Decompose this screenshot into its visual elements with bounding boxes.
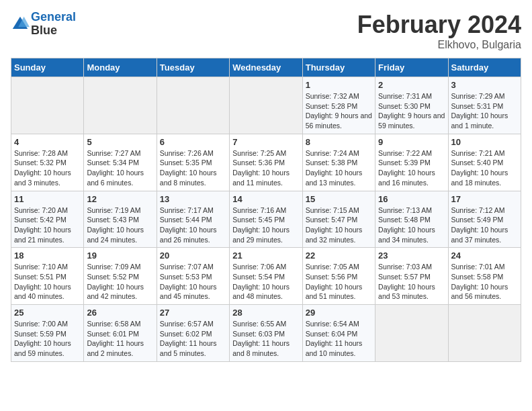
- day-cell: 26Sunrise: 6:58 AMSunset: 6:01 PMDayligh…: [84, 305, 157, 362]
- day-number: 23: [378, 250, 445, 261]
- day-cell: 19Sunrise: 7:09 AMSunset: 5:52 PMDayligh…: [84, 248, 157, 305]
- week-row-4: 25Sunrise: 7:00 AMSunset: 5:59 PMDayligh…: [11, 305, 521, 362]
- calendar-table: SundayMondayTuesdayWednesdayThursdayFrid…: [11, 58, 521, 362]
- weekday-header-sunday: Sunday: [11, 58, 84, 77]
- day-cell: 27Sunrise: 6:57 AMSunset: 6:02 PMDayligh…: [157, 305, 229, 362]
- day-info: Sunrise: 7:24 AMSunset: 5:38 PMDaylight:…: [306, 148, 372, 188]
- day-info: Sunrise: 7:21 AMSunset: 5:40 PMDaylight:…: [451, 148, 518, 188]
- day-cell: 4Sunrise: 7:28 AMSunset: 5:32 PMDaylight…: [11, 134, 84, 191]
- day-cell: [375, 305, 448, 362]
- day-number: 26: [87, 308, 153, 318]
- day-info: Sunrise: 7:03 AMSunset: 5:57 PMDaylight:…: [378, 262, 445, 302]
- day-info: Sunrise: 7:07 AMSunset: 5:53 PMDaylight:…: [160, 262, 226, 302]
- weekday-header-wednesday: Wednesday: [230, 58, 302, 77]
- day-number: 2: [378, 80, 445, 90]
- day-number: 4: [14, 137, 81, 147]
- day-cell: 6Sunrise: 7:26 AMSunset: 5:35 PMDaylight…: [157, 134, 229, 191]
- weekday-header-saturday: Saturday: [448, 58, 521, 77]
- day-number: 5: [87, 137, 153, 147]
- day-info: Sunrise: 6:54 AMSunset: 6:04 PMDaylight:…: [306, 319, 372, 359]
- day-number: 22: [306, 250, 372, 261]
- day-cell: 23Sunrise: 7:03 AMSunset: 5:57 PMDayligh…: [375, 248, 448, 305]
- day-info: Sunrise: 7:32 AMSunset: 5:28 PMDaylight:…: [306, 91, 372, 131]
- day-number: 25: [14, 308, 81, 318]
- day-info: Sunrise: 7:00 AMSunset: 5:59 PMDaylight:…: [14, 319, 81, 359]
- day-cell: 29Sunrise: 6:54 AMSunset: 6:04 PMDayligh…: [302, 305, 375, 362]
- logo-icon: [11, 15, 30, 34]
- week-row-0: 1Sunrise: 7:32 AMSunset: 5:28 PMDaylight…: [11, 77, 521, 134]
- weekday-header-monday: Monday: [84, 58, 157, 77]
- day-cell: 17Sunrise: 7:12 AMSunset: 5:49 PMDayligh…: [448, 191, 521, 248]
- day-cell: [157, 77, 229, 134]
- day-cell: 5Sunrise: 7:27 AMSunset: 5:34 PMDaylight…: [84, 134, 157, 191]
- weekday-header-friday: Friday: [375, 58, 448, 77]
- day-info: Sunrise: 7:16 AMSunset: 5:45 PMDaylight:…: [232, 205, 299, 245]
- day-cell: 28Sunrise: 6:55 AMSunset: 6:03 PMDayligh…: [230, 305, 302, 362]
- day-info: Sunrise: 7:12 AMSunset: 5:49 PMDaylight:…: [451, 205, 518, 245]
- page-header: General Blue February 2024 Elkhovo, Bulg…: [11, 11, 521, 51]
- day-number: 3: [451, 80, 518, 90]
- day-cell: 21Sunrise: 7:06 AMSunset: 5:54 PMDayligh…: [230, 248, 302, 305]
- day-cell: 25Sunrise: 7:00 AMSunset: 5:59 PMDayligh…: [11, 305, 84, 362]
- day-info: Sunrise: 7:31 AMSunset: 5:30 PMDaylight:…: [378, 91, 445, 131]
- logo-text-general: General: [31, 10, 76, 24]
- day-info: Sunrise: 7:26 AMSunset: 5:35 PMDaylight:…: [160, 148, 226, 188]
- day-number: 21: [232, 250, 299, 261]
- week-row-1: 4Sunrise: 7:28 AMSunset: 5:32 PMDaylight…: [11, 134, 521, 191]
- day-info: Sunrise: 7:01 AMSunset: 5:58 PMDaylight:…: [451, 262, 518, 302]
- day-number: 12: [87, 194, 153, 204]
- day-cell: 18Sunrise: 7:10 AMSunset: 5:51 PMDayligh…: [11, 248, 84, 305]
- day-cell: 10Sunrise: 7:21 AMSunset: 5:40 PMDayligh…: [448, 134, 521, 191]
- day-number: 18: [14, 250, 81, 261]
- day-cell: [448, 305, 521, 362]
- day-number: 10: [451, 137, 518, 147]
- day-info: Sunrise: 7:13 AMSunset: 5:48 PMDaylight:…: [378, 205, 445, 245]
- day-cell: 1Sunrise: 7:32 AMSunset: 5:28 PMDaylight…: [302, 77, 375, 134]
- day-number: 29: [306, 308, 372, 318]
- day-number: 14: [232, 194, 299, 204]
- day-info: Sunrise: 7:28 AMSunset: 5:32 PMDaylight:…: [14, 148, 81, 188]
- day-info: Sunrise: 6:57 AMSunset: 6:02 PMDaylight:…: [160, 319, 226, 359]
- day-number: 28: [232, 308, 299, 318]
- day-cell: 13Sunrise: 7:17 AMSunset: 5:44 PMDayligh…: [157, 191, 229, 248]
- weekday-header-tuesday: Tuesday: [157, 58, 229, 77]
- day-number: 13: [160, 194, 226, 204]
- day-cell: 2Sunrise: 7:31 AMSunset: 5:30 PMDaylight…: [375, 77, 448, 134]
- day-cell: 9Sunrise: 7:22 AMSunset: 5:39 PMDaylight…: [375, 134, 448, 191]
- day-info: Sunrise: 7:10 AMSunset: 5:51 PMDaylight:…: [14, 262, 81, 302]
- day-info: Sunrise: 7:09 AMSunset: 5:52 PMDaylight:…: [87, 262, 153, 302]
- day-info: Sunrise: 7:29 AMSunset: 5:31 PMDaylight:…: [451, 91, 518, 131]
- location: Elkhovo, Bulgaria: [357, 39, 521, 51]
- day-info: Sunrise: 7:22 AMSunset: 5:39 PMDaylight:…: [378, 148, 445, 188]
- day-info: Sunrise: 7:20 AMSunset: 5:42 PMDaylight:…: [14, 205, 81, 245]
- month-title: February 2024: [357, 11, 521, 39]
- week-row-2: 11Sunrise: 7:20 AMSunset: 5:42 PMDayligh…: [11, 191, 521, 248]
- week-row-3: 18Sunrise: 7:10 AMSunset: 5:51 PMDayligh…: [11, 248, 521, 305]
- weekday-header-thursday: Thursday: [302, 58, 375, 77]
- day-number: 20: [160, 250, 226, 261]
- day-cell: [84, 77, 157, 134]
- day-number: 16: [378, 194, 445, 204]
- logo: General Blue: [11, 11, 76, 38]
- day-number: 27: [160, 308, 226, 318]
- day-number: 7: [232, 137, 299, 147]
- day-cell: 7Sunrise: 7:25 AMSunset: 5:36 PMDaylight…: [230, 134, 302, 191]
- day-info: Sunrise: 7:06 AMSunset: 5:54 PMDaylight:…: [232, 262, 299, 302]
- day-cell: 8Sunrise: 7:24 AMSunset: 5:38 PMDaylight…: [302, 134, 375, 191]
- day-cell: 22Sunrise: 7:05 AMSunset: 5:56 PMDayligh…: [302, 248, 375, 305]
- day-cell: 15Sunrise: 7:15 AMSunset: 5:47 PMDayligh…: [302, 191, 375, 248]
- day-number: 17: [451, 194, 518, 204]
- day-info: Sunrise: 7:25 AMSunset: 5:36 PMDaylight:…: [232, 148, 299, 188]
- day-info: Sunrise: 7:19 AMSunset: 5:43 PMDaylight:…: [87, 205, 153, 245]
- day-cell: [230, 77, 302, 134]
- day-number: 9: [378, 137, 445, 147]
- day-number: 1: [306, 80, 372, 90]
- day-number: 15: [306, 194, 372, 204]
- day-number: 24: [451, 250, 518, 261]
- day-info: Sunrise: 6:58 AMSunset: 6:01 PMDaylight:…: [87, 319, 153, 359]
- day-cell: [11, 77, 84, 134]
- day-cell: 24Sunrise: 7:01 AMSunset: 5:58 PMDayligh…: [448, 248, 521, 305]
- day-info: Sunrise: 7:17 AMSunset: 5:44 PMDaylight:…: [160, 205, 226, 245]
- day-cell: 20Sunrise: 7:07 AMSunset: 5:53 PMDayligh…: [157, 248, 229, 305]
- day-cell: 14Sunrise: 7:16 AMSunset: 5:45 PMDayligh…: [230, 191, 302, 248]
